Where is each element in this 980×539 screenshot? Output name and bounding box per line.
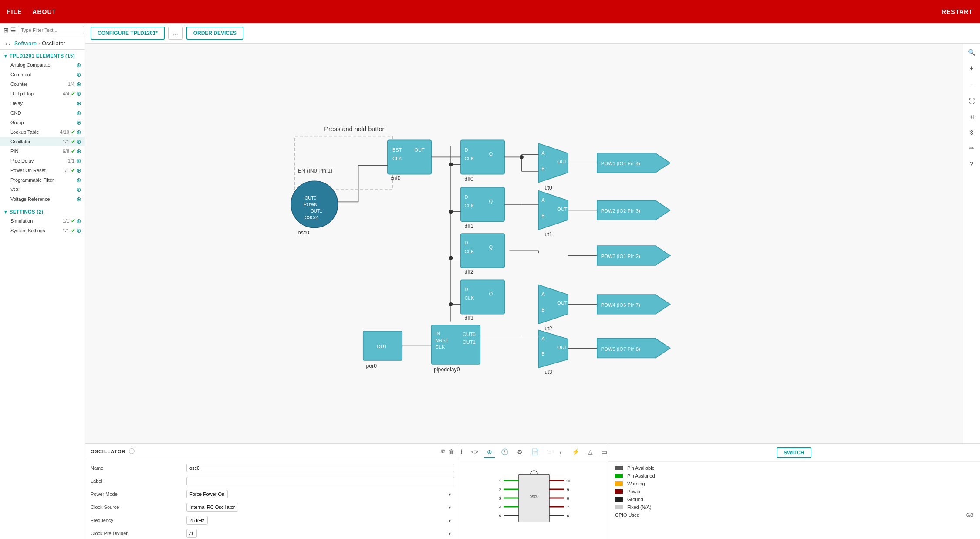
search-icon[interactable]: 🔍 <box>966 47 977 58</box>
add-delay-icon[interactable]: ⊕ <box>76 100 81 107</box>
check-lookup-icon: ✔ <box>71 129 75 135</box>
settings-section-header[interactable]: ▼ SETTINGS (2) <box>0 207 85 216</box>
more-options-button[interactable]: ... <box>168 27 183 40</box>
configure-button[interactable]: CONFIGURE TPLD1201* <box>91 27 165 40</box>
sidebar-item-comment[interactable]: Comment ⊕ <box>0 70 85 79</box>
svg-text:OUT: OUT <box>557 345 568 350</box>
prop-row-frequency: Frequency 25 kHz <box>91 515 454 525</box>
menu-icon[interactable]: ☰ <box>10 27 16 34</box>
frequency-select[interactable]: 25 kHz <box>186 516 208 525</box>
add-comment-icon[interactable]: ⊕ <box>76 71 81 78</box>
svg-text:OUT: OUT <box>557 159 568 164</box>
svg-text:dff3: dff3 <box>464 315 473 321</box>
svg-text:POWN: POWN <box>304 202 317 207</box>
menu-about[interactable]: ABOUT <box>32 8 56 15</box>
sidebar-item-prog-filter[interactable]: Programmable Filter ⊕ <box>0 175 85 185</box>
svg-text:OUT: OUT <box>557 300 568 305</box>
prop-row-clock-source: Clock Source Internal RC Oscillator <box>91 502 454 512</box>
legend-gpio-used: GPIO Used 6/8 <box>615 512 973 518</box>
name-input[interactable] <box>186 464 454 472</box>
sidebar-item-pin[interactable]: PIN 6/8 ✔ ⊕ <box>0 146 85 156</box>
nav-back[interactable]: ‹ <box>5 40 7 47</box>
tpld-section-header[interactable]: ▼ TPLD1201 ELEMENTS (15) <box>0 51 85 60</box>
svg-text:lut0: lut0 <box>544 185 552 191</box>
menu-file[interactable]: FILE <box>7 8 22 15</box>
clock-source-select[interactable]: Internal RC Oscillator <box>186 503 238 512</box>
restart-button[interactable]: RESTART <box>942 8 973 15</box>
edit-icon[interactable]: ✏ <box>967 143 976 153</box>
add-gnd-icon[interactable]: ⊕ <box>76 109 81 116</box>
add-lookup-icon[interactable]: ⊕ <box>76 129 81 136</box>
legend-panel: SWITCH Pin Available Pin Assigned Warnin… <box>608 444 980 539</box>
nav-forward[interactable]: › <box>9 40 10 47</box>
canvas-area[interactable]: Press and hold button EN (IN0 Pin:1) BST… <box>85 44 980 443</box>
filter-input[interactable] <box>18 26 84 34</box>
settings-icon[interactable]: ⚙ <box>967 127 976 138</box>
zoom-out-icon[interactable]: − <box>968 79 975 91</box>
delete-button[interactable]: 🗑 <box>449 448 454 455</box>
add-vcc-icon[interactable]: ⊕ <box>76 186 81 193</box>
add-system-settings-icon[interactable]: ⊕ <box>76 227 81 234</box>
order-devices-button[interactable]: ORDER DEVICES <box>186 27 243 40</box>
zoom-in-icon[interactable]: + <box>968 63 975 74</box>
svg-text:OSC/2: OSC/2 <box>305 215 318 220</box>
sidebar-item-analog-comparator[interactable]: Analog Comparator ⊕ <box>0 60 85 70</box>
sidebar-item-system-settings[interactable]: System Settings 1/1 ✔ ⊕ <box>0 226 85 235</box>
add-group-icon[interactable]: ⊕ <box>76 119 81 126</box>
tab-list[interactable]: ≡ <box>545 447 554 458</box>
svg-text:BST: BST <box>392 147 402 153</box>
tab-info[interactable]: ℹ <box>458 447 465 458</box>
copy-button[interactable]: ⧉ <box>441 448 445 455</box>
tab-corner[interactable]: ⌐ <box>557 447 566 458</box>
help-icon[interactable]: ? <box>968 159 975 169</box>
add-analog-comparator-icon[interactable]: ⊕ <box>76 61 81 68</box>
breadcrumb-parent[interactable]: Software <box>14 40 37 47</box>
add-simulation-icon[interactable]: ⊕ <box>76 217 81 224</box>
grid-icon[interactable]: ⊞ <box>3 27 9 34</box>
sidebar-item-pipe-delay[interactable]: Pipe Delay 1/1 ⊕ <box>0 156 85 166</box>
svg-text:CLK: CLK <box>464 295 474 301</box>
power-mode-select[interactable]: Force Power On <box>186 490 228 498</box>
svg-text:4: 4 <box>499 505 501 509</box>
sidebar-item-simulation[interactable]: Simulation 1/1 ✔ ⊕ <box>0 216 85 226</box>
sidebar-item-oscillator[interactable]: Oscillator 1/1 ✔ ⊕ <box>0 137 85 146</box>
svg-text:OUT0: OUT0 <box>305 196 317 200</box>
tab-params[interactable]: ⚙ <box>514 447 525 458</box>
add-counter-icon[interactable]: ⊕ <box>76 81 81 88</box>
sidebar-item-group[interactable]: Group ⊕ <box>0 118 85 127</box>
svg-point-76 <box>449 302 453 306</box>
sidebar-item-delay[interactable]: Delay ⊕ <box>0 98 85 108</box>
tab-diagram[interactable]: ⊕ <box>484 447 495 458</box>
pin-diagram: 1 2 3 4 5 10 9 <box>460 465 608 535</box>
grid-toggle-icon[interactable]: ⊞ <box>967 112 976 122</box>
sidebar-item-dflipflop[interactable]: D Flip Flop 4/4 ✔ ⊕ <box>0 89 85 98</box>
tab-clock[interactable]: 🕐 <box>498 447 511 458</box>
sidebar-item-vcc[interactable]: VCC ⊕ <box>0 185 85 194</box>
add-voltage-ref-icon[interactable]: ⊕ <box>76 196 81 203</box>
add-prog-filter-icon[interactable]: ⊕ <box>76 176 81 183</box>
add-pipe-delay-icon[interactable]: ⊕ <box>76 157 81 164</box>
label-input[interactable] <box>186 477 454 485</box>
sidebar-item-counter[interactable]: Counter 1/4 ⊕ <box>0 79 85 89</box>
add-oscillator-icon[interactable]: ⊕ <box>76 138 81 145</box>
clk-pre-div-select[interactable]: /1 <box>186 529 197 538</box>
sidebar-item-lookup-table[interactable]: Lookup Table 4/10 ✔ ⊕ <box>0 127 85 137</box>
sidebar-item-power-on-reset[interactable]: Power On Reset 1/1 ✔ ⊕ <box>0 166 85 175</box>
svg-text:POW2 (IO2 Pin:3): POW2 (IO2 Pin:3) <box>601 208 640 214</box>
fit-view-icon[interactable]: ⛶ <box>967 96 977 106</box>
add-pin-icon[interactable]: ⊕ <box>76 148 81 155</box>
add-dflipflop-icon[interactable]: ⊕ <box>76 90 81 97</box>
legend-warning: Warning <box>615 481 973 486</box>
sidebar-item-voltage-ref[interactable]: Voltage Reference ⊕ <box>0 194 85 204</box>
sidebar-item-gnd[interactable]: GND ⊕ <box>0 108 85 118</box>
add-por-icon[interactable]: ⊕ <box>76 167 81 174</box>
schematic-canvas[interactable]: Press and hold button EN (IN0 Pin:1) BST… <box>85 44 963 443</box>
switch-badge[interactable]: SWITCH <box>777 447 811 458</box>
tab-triangle[interactable]: △ <box>585 447 595 458</box>
tab-doc[interactable]: 📄 <box>529 447 541 458</box>
svg-text:lut2: lut2 <box>544 325 552 332</box>
tab-code[interactable]: <> <box>469 447 481 458</box>
tab-power[interactable]: ⚡ <box>569 447 582 458</box>
prop-row-name: Name <box>91 463 454 473</box>
sidebar-content: ▼ TPLD1201 ELEMENTS (15) Analog Comparat… <box>0 50 85 539</box>
